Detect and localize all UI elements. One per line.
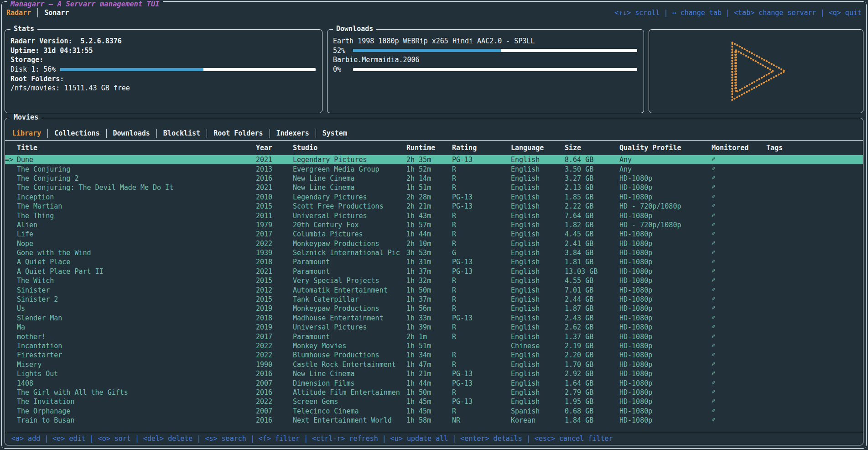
cell-monitored: ✎ (712, 379, 766, 388)
stats-panel-title: Stats (10, 26, 37, 32)
root-folder-value: /nfs/movies: 11511.43 GB free (10, 84, 130, 92)
cell-studio: Automatik Entertainment (293, 286, 406, 294)
movie-row[interactable]: The Martian2015Scott Free Productions2h … (5, 202, 863, 211)
cell-rating: R (452, 323, 511, 331)
cell-studio: New Line Cinema (293, 183, 406, 192)
cell-size: 2.79 GB (565, 388, 619, 397)
movies-tab-root-folders[interactable]: Root Folders (213, 129, 263, 137)
movie-row[interactable]: Sinister2012Automatik Entertainment1h 50… (5, 285, 863, 294)
monitored-icon: ✎ (712, 388, 715, 395)
movie-row[interactable]: The Girl with All the Gifts2016Altitude … (5, 388, 863, 397)
cell-runtime: 2h 28m (406, 193, 452, 201)
movie-row[interactable]: Us2019Monkeypaw Productions1h 56mREnglis… (5, 304, 863, 313)
movie-row[interactable]: The Orphanage2007Telecinco Cinema1h 45mR… (5, 407, 863, 416)
cell-rating: PG-13 (452, 156, 511, 164)
monitored-icon: ✎ (712, 276, 715, 283)
cell-title: Incantation (17, 342, 256, 350)
movie-row[interactable]: The Conjuring: The Devil Made Me Do It20… (5, 183, 863, 192)
movie-row[interactable]: Lights Out2016New Line Cinema1h 21mPG-13… (5, 369, 863, 378)
monitored-icon: ✎ (712, 369, 715, 377)
movies-tab-downloads[interactable]: Downloads (113, 129, 150, 137)
movie-row[interactable]: The Thing2011Universal Pictures1h 43mREn… (5, 211, 863, 220)
monitored-icon: ✎ (712, 155, 715, 162)
cell-title: Sinister 2 (17, 295, 256, 303)
cell-title: The Invitation (17, 398, 256, 406)
cell-language: English (511, 156, 565, 164)
movie-row[interactable]: Ma2019Universal Pictures1h 39mREnglish2.… (5, 323, 863, 332)
cell-size: 1.82 GB (565, 221, 619, 229)
cell-studio: Blumhouse Productions (293, 351, 406, 359)
download-progress-row: 52% (333, 46, 637, 56)
movies-tab-system[interactable]: System (322, 129, 347, 137)
movie-row[interactable]: A Quiet Place2018Paramount1h 31mPG-13Eng… (5, 257, 863, 267)
movie-row[interactable]: Train to Busan2016Next Entertainment Wor… (5, 416, 863, 425)
cell-monitored: ✎ (712, 341, 766, 351)
movie-row[interactable]: mother!2017Paramount2h 1mREnglish1.37 GB… (5, 332, 863, 341)
cell-runtime: 1h 44m (406, 379, 452, 387)
download-percent-label: 0% (333, 65, 348, 73)
cell-quality-profile: HD-1080p (619, 379, 712, 387)
servarr-tab-sonarr[interactable]: Sonarr (44, 9, 69, 17)
cell-size: 2.62 GB (565, 323, 619, 331)
movie-row[interactable]: Gone with the Wind1939Selznick Internati… (5, 248, 863, 257)
movies-footer-bar: <a> add | <e> edit | <o> sort | <del> de… (5, 432, 863, 445)
cell-runtime: 1h 45m (406, 398, 452, 406)
monitored-icon: ✎ (712, 295, 715, 302)
movie-row[interactable]: 14082007Dimension Films1h 44mPG-13Englis… (5, 378, 863, 387)
cell-studio: Paramount (293, 333, 406, 341)
monitored-icon: ✎ (712, 239, 715, 246)
cell-title: A Quiet Place (17, 258, 256, 266)
movie-row[interactable]: Sinister 22015Tank Caterpillar1h 37mREng… (5, 295, 863, 304)
movie-row[interactable]: The Invitation2022Screen Gems1h 45mPG-13… (5, 397, 863, 406)
movie-row[interactable]: Inception2010Legendary Pictures2h 28mPG-… (5, 193, 863, 202)
cell-rating: R (452, 407, 511, 415)
cell-title: mother! (17, 333, 256, 341)
movie-row[interactable]: Slender Man2018Madhouse Entertainment1h … (5, 314, 863, 323)
cell-runtime: 1h 32m (406, 277, 452, 285)
cell-language: English (511, 304, 565, 313)
root-folders-label: Root Folders: (10, 75, 64, 83)
movie-row[interactable]: Alien197920th Century Fox1h 57mREnglish1… (5, 220, 863, 230)
cell-title: The Martian (17, 202, 256, 210)
cell-language: English (511, 230, 565, 238)
movie-row[interactable]: Misery1990Castle Rock Entertainment1h 47… (5, 360, 863, 369)
movie-row[interactable]: Firestarter2022Blumhouse Productions1h 3… (5, 351, 863, 360)
cell-title: Slender Man (17, 314, 256, 322)
cell-quality-profile: HD-1080p (619, 286, 712, 294)
servarr-tab-bar: RadarrSonarr (6, 8, 69, 18)
tab-separator (106, 129, 107, 138)
movie-row[interactable]: The Witch2015Very Special Projects1h 32m… (5, 276, 863, 285)
cell-studio: Universal Pictures (293, 212, 406, 220)
cell-title: Dune (17, 156, 256, 164)
cell-year: 2022 (256, 342, 293, 350)
monitored-icon: ✎ (712, 248, 715, 256)
servarr-tab-radarr[interactable]: Radarr (6, 9, 31, 17)
cell-title: The Witch (17, 277, 256, 285)
movie-row[interactable]: The Conjuring 22016New Line Cinema2h 14m… (5, 174, 863, 183)
movies-tab-indexers[interactable]: Indexers (276, 129, 309, 137)
monitored-icon: ✎ (712, 332, 715, 340)
cell-quality-profile: HD-1080p (619, 333, 712, 341)
movie-row[interactable]: A Quiet Place Part II2021Paramount1h 37m… (5, 267, 863, 276)
cell-studio: Castle Rock Entertainment (293, 361, 406, 369)
movies-tab-library[interactable]: Library (12, 129, 41, 137)
column-header-year: Year (256, 144, 293, 152)
movies-table-body: =>Dune2021Legendary Pictures2h 35mPG-13E… (5, 155, 863, 425)
cell-rating: R (452, 361, 511, 369)
movies-tab-blocklist[interactable]: Blocklist (163, 129, 200, 137)
monitored-icon: ✎ (712, 220, 715, 228)
cell-quality-profile: HD-1080p (619, 370, 712, 378)
movie-row[interactable]: Incantation2022Monkey Movies1h 51mChines… (5, 341, 863, 351)
cell-year: 2021 (256, 156, 293, 164)
monitored-icon: ✎ (712, 183, 715, 190)
cell-language: English (511, 370, 565, 378)
movies-tab-collections[interactable]: Collections (54, 129, 99, 137)
movie-row[interactable]: Nope2022Monkeypaw Productions2h 10mREngl… (5, 239, 863, 248)
cell-rating: PG-13 (452, 258, 511, 266)
cell-quality-profile: HD-1080p (619, 407, 712, 415)
movie-row[interactable]: The Conjuring2013Evergreen Media Group1h… (5, 164, 863, 173)
cell-title: Gone with the Wind (17, 249, 256, 257)
managarr-app: Managarr – A Servarr management TUI Rada… (0, 0, 868, 450)
movie-row[interactable]: =>Dune2021Legendary Pictures2h 35mPG-13E… (5, 155, 863, 164)
movie-row[interactable]: Life2017Columbia Pictures1h 44mREnglish4… (5, 230, 863, 239)
